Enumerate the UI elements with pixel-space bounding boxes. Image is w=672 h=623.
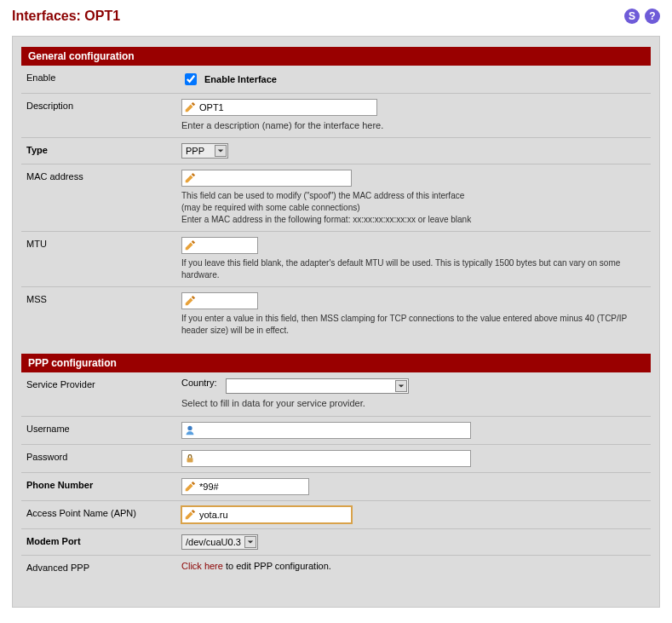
chevron-down-icon <box>244 536 256 548</box>
password-label: Password <box>26 450 181 462</box>
password-row: Password <box>21 445 651 473</box>
modem-port-value: /dev/cuaU0.3 <box>186 537 241 547</box>
phone-row: Phone Number <box>21 473 651 501</box>
pencil-icon <box>184 295 196 307</box>
mtu-label: MTU <box>26 237 181 249</box>
general-section: General configuration Enable Enable Inte… <box>21 47 651 342</box>
lock-icon <box>184 453 196 464</box>
header-icons: S ? <box>624 9 660 24</box>
mss-row: MSS If you enter a value in this field, … <box>21 287 651 342</box>
enable-label: Enable <box>26 71 181 83</box>
ppp-section: PPP configuration Service Provider Count… <box>21 354 651 577</box>
username-label: Username <box>26 422 181 434</box>
service-provider-label: Service Provider <box>26 378 181 389</box>
mac-hint: This field can be used to modify ("spoof… <box>181 190 646 226</box>
mss-input[interactable] <box>199 294 250 308</box>
apn-input[interactable] <box>199 508 344 522</box>
page-title: Interfaces: OPT1 <box>12 9 120 24</box>
advanced-ppp-suffix: to edit PPP configuration. <box>223 561 331 571</box>
mac-label: MAC address <box>26 170 181 182</box>
help-icon[interactable]: ? <box>645 9 660 24</box>
type-row: Type PPP <box>21 138 651 164</box>
description-input[interactable] <box>199 101 370 114</box>
password-input[interactable] <box>199 452 463 465</box>
svg-rect-1 <box>187 458 193 462</box>
content-panel: General configuration Enable Enable Inte… <box>12 36 660 608</box>
modem-port-label: Modem Port <box>26 534 181 546</box>
status-icon[interactable]: S <box>624 9 640 24</box>
mtu-hint: If you leave this field blank, the adapt… <box>181 257 646 281</box>
pencil-icon <box>184 172 196 184</box>
description-label: Description <box>26 99 181 111</box>
mac-input[interactable] <box>199 171 344 185</box>
service-provider-hint: Select to fill in data for your service … <box>181 397 646 410</box>
phone-input[interactable] <box>199 480 302 493</box>
apn-label: Access Point Name (APN) <box>26 506 181 518</box>
enable-row: Enable Enable Interface <box>21 66 651 94</box>
service-provider-row: Service Provider Country: Select to fill… <box>21 372 651 416</box>
user-icon <box>184 424 196 436</box>
enable-checkbox-label: Enable Interface <box>204 74 277 84</box>
modem-port-row: Modem Port /dev/cuaU0.3 <box>21 529 651 556</box>
type-select[interactable]: PPP <box>181 143 228 159</box>
username-input[interactable] <box>199 424 463 437</box>
mss-label: MSS <box>26 292 181 304</box>
chevron-down-icon <box>215 145 227 157</box>
modem-port-select[interactable]: /dev/cuaU0.3 <box>181 534 258 550</box>
apn-row: Access Point Name (APN) <box>21 501 651 529</box>
svg-point-0 <box>187 426 192 430</box>
country-label: Country: <box>181 378 217 388</box>
description-hint: Enter a description (name) for the inter… <box>181 119 646 132</box>
description-row: Description Enter a description (name) f… <box>21 94 651 138</box>
pencil-icon <box>184 101 196 113</box>
country-select[interactable] <box>226 378 409 394</box>
advanced-ppp-label: Advanced PPP <box>26 561 181 573</box>
pencil-icon <box>184 509 196 521</box>
username-row: Username <box>21 417 651 445</box>
type-label: Type <box>26 143 181 155</box>
ppp-section-header: PPP configuration <box>21 354 651 372</box>
pencil-icon <box>184 239 196 251</box>
mtu-input[interactable] <box>199 239 250 252</box>
mss-hint: If you enter a value in this field, then… <box>181 313 646 337</box>
chevron-down-icon <box>395 380 407 392</box>
mtu-row: MTU If you leave this field blank, the a… <box>21 232 651 287</box>
advanced-ppp-row: Advanced PPP Click here to edit PPP conf… <box>21 556 651 578</box>
enable-checkbox-wrap[interactable]: Enable Interface <box>181 71 277 88</box>
general-section-header: General configuration <box>21 47 651 66</box>
type-select-value: PPP <box>186 146 211 156</box>
advanced-ppp-link[interactable]: Click here <box>181 561 223 571</box>
pencil-icon <box>184 481 196 493</box>
phone-label: Phone Number <box>26 478 181 490</box>
enable-checkbox[interactable] <box>185 73 197 85</box>
mac-row: MAC address This field can be used to mo… <box>21 164 651 232</box>
